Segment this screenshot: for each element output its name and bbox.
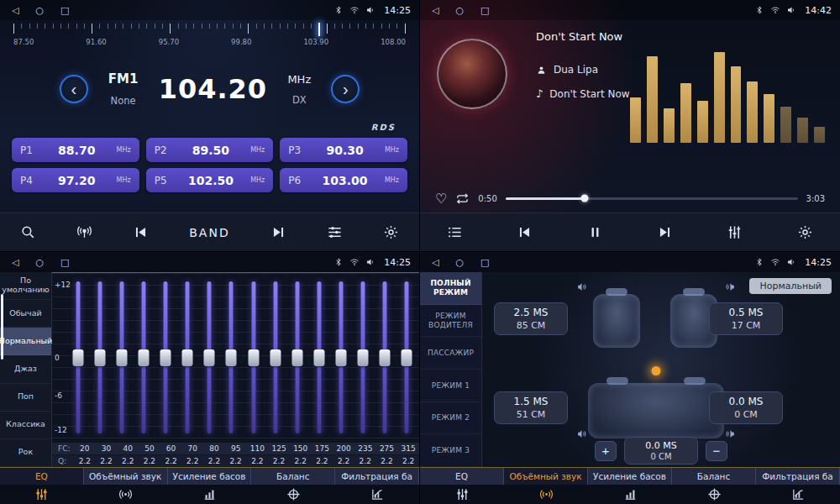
eq-band-slider[interactable] bbox=[138, 281, 149, 433]
back-icon[interactable]: ◁ bbox=[12, 258, 18, 267]
back-icon[interactable]: ◁ bbox=[432, 6, 438, 15]
eq-band-slider[interactable] bbox=[182, 281, 193, 433]
eq-band-slider[interactable] bbox=[380, 281, 391, 433]
tab-bass-boost[interactable]: Усиление басов bbox=[168, 468, 252, 485]
eq-band-slider[interactable] bbox=[94, 281, 105, 433]
eq-band-slider[interactable] bbox=[358, 281, 369, 433]
preset-button-p1[interactable]: P188.70MHz bbox=[12, 138, 139, 162]
repeat-icon[interactable] bbox=[455, 192, 470, 206]
eq-band-slider[interactable] bbox=[204, 281, 215, 433]
seek-knob[interactable] bbox=[580, 195, 588, 202]
balance-icon[interactable] bbox=[672, 485, 756, 504]
settings-gear-icon[interactable] bbox=[383, 224, 399, 240]
eq-preset-item[interactable]: Классика bbox=[0, 412, 51, 439]
delay-rear-right[interactable]: 0.0 MS 0 CM bbox=[709, 391, 783, 424]
stage-mode-item[interactable]: РЕЖИМ 3 bbox=[420, 434, 481, 467]
eq-band-slider[interactable] bbox=[270, 281, 281, 433]
slider-knob[interactable] bbox=[94, 349, 105, 366]
tuner-options-icon[interactable] bbox=[327, 224, 343, 240]
slider-knob[interactable] bbox=[291, 349, 302, 366]
home-icon[interactable]: ○ bbox=[35, 6, 44, 15]
eq-sliders-icon[interactable] bbox=[0, 485, 84, 504]
tab-surround-sound[interactable]: Объёмный звук bbox=[84, 468, 168, 485]
settings-gear-icon[interactable] bbox=[797, 224, 813, 240]
slider-knob[interactable] bbox=[138, 349, 149, 366]
eq-band-slider[interactable] bbox=[336, 281, 347, 433]
slider-knob[interactable] bbox=[226, 349, 237, 366]
previous-track-icon[interactable] bbox=[517, 224, 533, 240]
eq-preset-item[interactable]: Обычай bbox=[0, 300, 51, 328]
home-icon[interactable]: ○ bbox=[35, 258, 44, 267]
recents-icon[interactable]: □ bbox=[480, 258, 489, 267]
stage-mode-item[interactable]: РЕЖИМ ВОДИТЕЛЯ bbox=[420, 305, 481, 338]
recents-icon[interactable]: □ bbox=[480, 6, 489, 15]
delay-decrease-button[interactable]: − bbox=[706, 441, 727, 461]
front-left-speaker-icon[interactable] bbox=[575, 281, 588, 297]
tab-surround-sound[interactable]: Объёмный звук bbox=[504, 468, 588, 485]
eq-preset-item[interactable]: Джаз bbox=[0, 355, 51, 383]
eq-band-slider[interactable] bbox=[291, 281, 302, 433]
rear-left-speaker-icon[interactable] bbox=[575, 428, 588, 444]
slider-knob[interactable] bbox=[204, 349, 215, 366]
back-icon[interactable]: ◁ bbox=[12, 6, 18, 15]
next-track-icon[interactable] bbox=[657, 224, 673, 240]
eq-sliders-icon[interactable] bbox=[420, 485, 504, 504]
home-icon[interactable]: ○ bbox=[455, 258, 464, 267]
preset-button-p2[interactable]: P289.50MHz bbox=[146, 138, 274, 162]
preset-button-p3[interactable]: P390.30MHz bbox=[280, 138, 407, 162]
delay-front-left[interactable]: 2.5 MS 85 CM bbox=[494, 302, 568, 335]
bass-boost-icon[interactable] bbox=[168, 485, 252, 504]
eq-band-slider[interactable] bbox=[248, 281, 259, 433]
delay-rear-left[interactable]: 1.5 MS 51 CM bbox=[494, 391, 568, 424]
preset-button-p4[interactable]: P497.20MHz bbox=[12, 168, 139, 192]
recents-icon[interactable]: □ bbox=[60, 258, 69, 267]
filter-icon[interactable] bbox=[756, 485, 840, 504]
tab-filter[interactable]: Фильтрация ба bbox=[756, 468, 840, 485]
slider-knob[interactable] bbox=[380, 349, 391, 366]
tab-eq[interactable]: EQ bbox=[0, 468, 84, 485]
slider-knob[interactable] bbox=[358, 349, 369, 366]
eq-band-slider[interactable] bbox=[116, 281, 127, 433]
sidebar-scrollbar[interactable] bbox=[1, 294, 3, 360]
preset-button-p6[interactable]: P6103.00MHz bbox=[280, 168, 407, 192]
filter-icon[interactable] bbox=[335, 485, 419, 504]
slider-knob[interactable] bbox=[116, 349, 127, 366]
favorite-icon[interactable]: ♡ bbox=[435, 191, 447, 207]
slider-knob[interactable] bbox=[182, 349, 193, 366]
eq-band-slider[interactable] bbox=[313, 281, 324, 433]
playlist-icon[interactable] bbox=[447, 224, 463, 240]
balance-icon[interactable] bbox=[251, 485, 335, 504]
slider-knob[interactable] bbox=[402, 349, 412, 366]
slider-knob[interactable] bbox=[72, 349, 83, 366]
tab-filter[interactable]: Фильтрация ба bbox=[335, 468, 419, 485]
stage-mode-item[interactable]: РЕЖИМ 1 bbox=[420, 370, 481, 402]
tab-balance[interactable]: Баланс bbox=[251, 468, 335, 485]
stage-mode-item[interactable]: ПАССАЖИР bbox=[420, 337, 481, 370]
listening-position-dot[interactable] bbox=[652, 366, 661, 375]
tune-down-button[interactable]: ‹ bbox=[60, 75, 88, 103]
stage-mode-item[interactable]: ПОЛНЫЙ РЕЖИМ bbox=[420, 272, 481, 305]
delay-increase-button[interactable]: + bbox=[595, 441, 617, 461]
recents-icon[interactable]: □ bbox=[60, 6, 69, 15]
back-icon[interactable]: ◁ bbox=[432, 258, 438, 267]
stage-preset-chip[interactable]: Нормальный bbox=[749, 278, 832, 294]
preset-button-p5[interactable]: P5102.50MHz bbox=[146, 168, 274, 192]
eq-band-slider[interactable] bbox=[226, 281, 237, 433]
previous-station-icon[interactable] bbox=[133, 224, 149, 240]
front-right-speaker-icon[interactable] bbox=[724, 281, 737, 297]
equalizer-shortcut-icon[interactable] bbox=[727, 224, 743, 240]
stage-mode-item[interactable]: РЕЖИМ 2 bbox=[420, 402, 481, 435]
album-art[interactable] bbox=[437, 39, 507, 109]
eq-preset-item[interactable]: Поп bbox=[0, 384, 51, 412]
tab-eq[interactable]: EQ bbox=[420, 468, 504, 485]
next-station-icon[interactable] bbox=[270, 224, 286, 240]
band-button[interactable]: BAND bbox=[189, 226, 229, 239]
broadcast-icon[interactable] bbox=[76, 224, 92, 240]
slider-knob[interactable] bbox=[313, 349, 324, 366]
eq-preset-item[interactable]: По умолчанию bbox=[0, 272, 51, 300]
home-icon[interactable]: ○ bbox=[455, 6, 464, 15]
slider-knob[interactable] bbox=[248, 349, 259, 366]
bass-boost-icon[interactable] bbox=[588, 485, 672, 504]
delay-front-right[interactable]: 0.5 MS 17 CM bbox=[709, 302, 783, 335]
tab-bass-boost[interactable]: Усиление басов bbox=[588, 468, 672, 485]
